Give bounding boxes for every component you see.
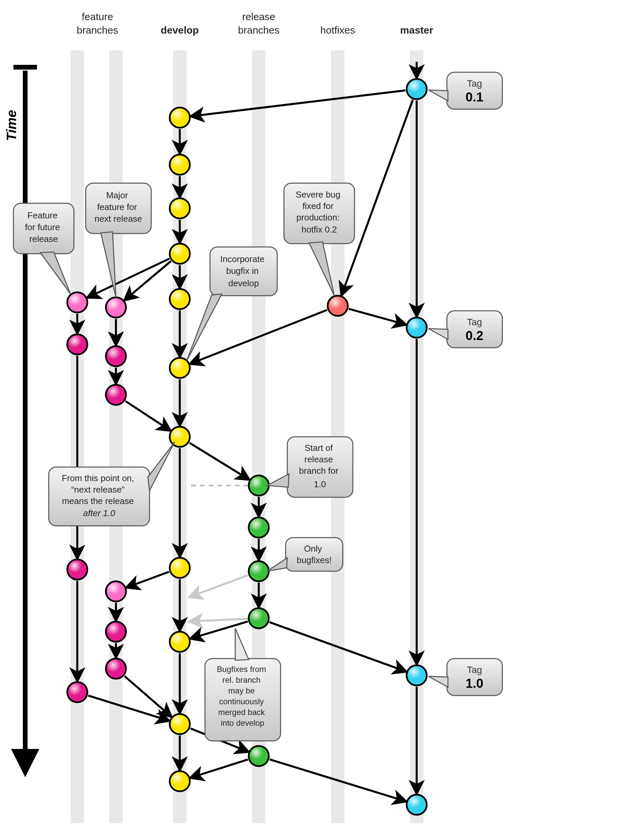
- edge: [190, 572, 255, 597]
- commit-feature2-1: [106, 346, 126, 366]
- svg-text:Tag: Tag: [467, 78, 482, 89]
- svg-text:0.2: 0.2: [466, 329, 483, 343]
- header-develop: develop: [161, 25, 199, 36]
- commit-develop-10: [170, 771, 190, 791]
- svg-point-51: [68, 293, 86, 312]
- svg-point-19: [250, 476, 268, 494]
- svg-text:Tag: Tag: [467, 665, 482, 675]
- svg-text:Feature
        for future
   : Feature for future release: [25, 210, 62, 244]
- commit-release-3: [249, 608, 269, 628]
- svg-text:0.1: 0.1: [466, 90, 483, 104]
- commit-feature1-2: [67, 559, 87, 580]
- commit-master-1: [406, 318, 427, 338]
- commit-feature3-0: [106, 581, 126, 601]
- svg-point-59: [107, 298, 125, 317]
- commit-feature3-2: [106, 659, 126, 679]
- svg-point-47: [171, 715, 189, 733]
- edge: [190, 759, 248, 778]
- svg-text:1.0: 1.0: [466, 676, 483, 690]
- commit-feature3-1: [106, 622, 126, 642]
- svg-point-35: [171, 245, 189, 263]
- commit-develop-2: [170, 198, 190, 218]
- commit-develop-4: [170, 289, 190, 309]
- commit-develop-7: [170, 558, 190, 578]
- header-hotfixes: hotfixes: [320, 25, 355, 36]
- edge: [191, 90, 405, 116]
- commit-develop-0: [170, 108, 190, 128]
- edge: [125, 401, 170, 431]
- edge: [88, 695, 169, 721]
- header-feature-1: feature: [82, 11, 113, 22]
- commit-master-0: [406, 79, 427, 99]
- svg-point-33: [171, 199, 189, 218]
- svg-point-29: [171, 108, 189, 127]
- svg-point-67: [107, 622, 125, 641]
- svg-point-27: [250, 747, 268, 765]
- svg-point-21: [250, 519, 268, 537]
- tag-1.0: Tag 1.0: [428, 659, 502, 695]
- header-release-2: branches: [238, 25, 279, 36]
- edge: [191, 622, 248, 639]
- commit-develop-8: [170, 632, 190, 652]
- commit-develop-9: [170, 714, 190, 734]
- svg-rect-1: [109, 50, 123, 823]
- svg-point-57: [68, 683, 86, 701]
- svg-point-53: [68, 335, 86, 354]
- bubble-start-release: Start of release branch for 1.0: [267, 437, 353, 497]
- time-label: Time: [4, 110, 19, 141]
- edge: [88, 259, 170, 298]
- bubble-bugfixes-merge: Bugfixes from rel. branch may be continu…: [205, 628, 281, 741]
- tag-0.1: Tag 0.1: [428, 72, 502, 109]
- edge: [349, 309, 406, 324]
- svg-point-17: [329, 297, 347, 315]
- svg-point-49: [171, 772, 189, 790]
- svg-point-39: [171, 359, 189, 377]
- header-feature-2: branches: [77, 25, 118, 36]
- svg-point-9: [408, 80, 426, 98]
- svg-text:Tag: Tag: [467, 317, 482, 327]
- commit-feature2-0: [106, 297, 126, 318]
- svg-point-11: [408, 318, 426, 337]
- commit-feature1-0: [67, 292, 87, 312]
- commit-feature1-1: [67, 334, 87, 355]
- header-release-1: release: [242, 11, 275, 22]
- edge: [125, 261, 171, 300]
- edge: [127, 572, 169, 587]
- svg-point-13: [408, 666, 426, 684]
- column-headers: feature branches develop release branche…: [77, 11, 433, 36]
- commit-release-4: [249, 746, 269, 766]
- svg-point-37: [171, 290, 189, 308]
- tag-0.2: Tag 0.2: [428, 311, 502, 348]
- svg-point-61: [107, 347, 125, 365]
- edge: [190, 618, 255, 621]
- commit-feature1-3: [67, 682, 87, 702]
- commit-release-0: [249, 476, 269, 496]
- svg-point-15: [408, 796, 426, 814]
- commit-develop-3: [170, 244, 190, 264]
- edge: [125, 676, 171, 716]
- svg-point-63: [107, 386, 125, 404]
- svg-point-31: [171, 156, 189, 174]
- commit-master-2: [406, 665, 427, 686]
- svg-point-25: [250, 609, 268, 627]
- edge: [190, 443, 249, 479]
- svg-point-43: [171, 559, 189, 577]
- edges-faded: [190, 572, 255, 621]
- bubble-only-bugfixes: Only bugfixes!: [267, 537, 343, 571]
- commit-release-1: [249, 517, 269, 537]
- svg-point-69: [107, 659, 125, 678]
- bubble-feature-future: Feature for future release: [14, 203, 74, 294]
- commit-master-3: [406, 795, 427, 815]
- header-master: master: [400, 25, 434, 36]
- time-axis: Time: [4, 67, 37, 756]
- svg-point-23: [250, 562, 268, 580]
- commit-develop-1: [170, 154, 190, 175]
- svg-point-65: [107, 582, 125, 601]
- commit-feature2-2: [106, 385, 126, 405]
- tags: Tag 0.1 Tag 0.2 Tag 1.0: [428, 72, 502, 695]
- svg-point-55: [68, 561, 86, 579]
- svg-rect-82: [286, 537, 343, 571]
- commit-hotfix-0: [327, 296, 348, 316]
- gitflow-diagram: feature branches develop release branche…: [0, 0, 624, 840]
- svg-point-45: [171, 633, 189, 651]
